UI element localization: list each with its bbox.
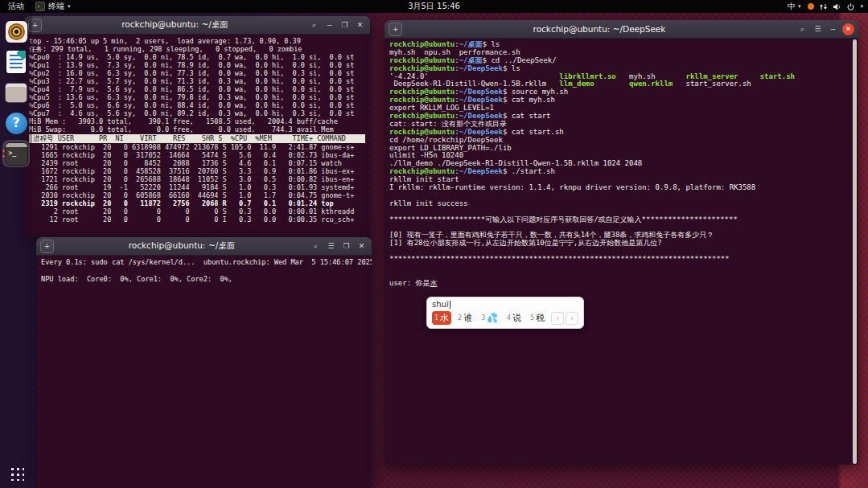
ime-candidate[interactable]: 5税 [528, 311, 547, 325]
terminal-line: rockchip@ubuntu:~/DeepSeek$ cat start [389, 113, 849, 121]
maximize-button[interactable]: ❐ [339, 19, 351, 31]
titlebar[interactable]: + rockchip@ubuntu: ~/桌面 ⌕ − ❐ ✕ [24, 16, 370, 35]
dock-item-writer[interactable] [2, 48, 30, 76]
terminal-line [389, 223, 849, 232]
window-title: rockchip@ubuntu: ~/桌面 [57, 240, 306, 252]
terminal-line: rockchip@ubuntu:~/DeepSeek$ ls [389, 65, 849, 73]
terminal-line: export RKLLM_LOG_LEVEL=1 [389, 105, 849, 113]
new-tab-button[interactable]: + [40, 240, 54, 253]
app-menu-button[interactable]: >_ 终端 ▾ [35, 1, 71, 12]
ime-candidate[interactable]: 2谁 [455, 311, 475, 325]
input-method-indicator[interactable]: 中 ▾ [788, 1, 801, 12]
ime-preedit-text: shui [432, 300, 449, 309]
terminal-line: rockchip@ubuntu:~/DeepSeek$ source myh.s… [389, 88, 849, 96]
new-tab-button[interactable]: + [389, 23, 402, 36]
help-app-icon: ? [6, 113, 27, 134]
menu-icon[interactable]: ☰ [812, 23, 824, 35]
terminal-line: ulimit -HSn 10240 [389, 152, 849, 160]
terminal-app-icon: >_ [5, 142, 28, 166]
app-menu-label: 终端 [48, 1, 64, 12]
top-summary: top - 15:46:05 up 5 min, 2 users, load a… [29, 37, 365, 133]
dock-item-terminal[interactable]: >_ [2, 140, 30, 167]
files-app-icon [6, 84, 27, 102]
process-row: 266 root 19 -1 52220 11244 9184 S 1.0 0.… [29, 183, 365, 191]
ime-prev-page-button[interactable]: ‹ [551, 312, 564, 325]
chevron-down-icon: ▾ [798, 3, 801, 10]
top-bar: 活动 >_ 终端 ▾ 3月5日 15:46 中 ▾ [0, 0, 868, 13]
titlebar[interactable]: + rockchip@ubuntu: ~/桌面 ⌕ ☰ ❐ ✕ [36, 237, 372, 256]
ime-candidate[interactable]: 4说 [504, 311, 524, 325]
activities-button[interactable]: 活动 [5, 1, 27, 12]
chevron-down-icon: ▾ [860, 3, 863, 10]
terminal-line: cat: start: 没有那个文件或目录 [389, 121, 849, 129]
terminal-output-top[interactable]: top - 15:46:05 up 5 min, 2 users, load a… [24, 35, 370, 237]
terminal-line: **********************可输入以下问题对应序号获取回答/或自… [389, 216, 849, 224]
music-app-icon [6, 21, 27, 43]
terminal-line: [1] 有28位小朋友排成一行,从左边开始数第10位是宁宁,从右边开始数他是第几… [389, 240, 849, 248]
dock-item-files[interactable] [2, 79, 30, 106]
terminal-output-watch[interactable]: Every 0.1s: sudo cat /sys/kernel/d... ub… [36, 256, 372, 488]
terminal-line: cd /home/rockchip/DeepSeek [389, 137, 849, 145]
process-table: 1291 rockchip 20 0 6318908 474972 213678… [29, 143, 365, 223]
terminal-app-indicator-icon: >_ [35, 2, 45, 11]
ime-candidate[interactable]: 3💦 [479, 311, 500, 325]
terminal-line [389, 264, 849, 272]
dock-item-music[interactable] [2, 18, 30, 45]
writer-app-icon [6, 51, 26, 73]
terminal-output-deepseek[interactable]: rockchip@ubuntu:~/桌面$ lsmyh.sh npu.sh pe… [385, 39, 858, 465]
terminal-line: rockchip@ubuntu:~/DeepSeek$ cat myh.sh [389, 96, 849, 105]
process-row: 1721 rockchip 20 0 265688 18648 11052 S … [29, 175, 365, 183]
process-row: 12 root 20 0 0 0 0 I 0.3 0.0 0:00.35 rcu… [29, 215, 365, 223]
window-title: rockchip@ubuntu: ~/桌面 [45, 19, 305, 31]
power-icon [846, 2, 855, 11]
terminal-line: rockchip@ubuntu:~/DeepSeek$ ./start.sh [389, 168, 849, 176]
deepseek-lines: rockchip@ubuntu:~/桌面$ lsmyh.sh npu.sh pe… [389, 41, 849, 288]
ime-candidate-list: 1水2谁3💦4说5税 [432, 311, 547, 325]
terminal-line: '-4.24.0' librkllmrt.so myh.sh rkllm_ser… [389, 73, 849, 81]
scrollbar[interactable] [853, 39, 857, 464]
window-npu-watch: + rockchip@ubuntu: ~/桌面 ⌕ ☰ ❐ ✕ Every 0.… [36, 237, 372, 488]
search-icon[interactable]: ⌕ [310, 240, 322, 252]
window-top-monitor: + rockchip@ubuntu: ~/桌面 ⌕ − ❐ ✕ top - 15… [24, 16, 370, 237]
input-method-label: 中 [788, 1, 796, 12]
clock[interactable]: 3月5日 15:46 [408, 1, 460, 12]
terminal-line: DeepSeek-R1-Distill-Qwen-1.5B.rkllm llm_… [389, 80, 849, 88]
process-table-header: 进程号 USER PR NI VIRT RES SHR S %CPU %MEM … [29, 134, 365, 143]
terminal-line: rockchip@ubuntu:~/DeepSeek$ cat start.sh [389, 129, 849, 137]
ime-caret [450, 301, 450, 309]
terminal-line [389, 272, 849, 280]
terminal-line: myh.sh npu.sh performance.sh [389, 49, 849, 57]
titlebar[interactable]: + rockchip@ubuntu: ~/DeepSeek ⌕ ☰ − ✕ [385, 20, 858, 39]
process-row: 1672 rockchip 20 0 458528 37516 20760 S … [29, 167, 365, 175]
close-button[interactable]: ✕ [354, 19, 366, 31]
terminal-line [389, 248, 849, 256]
process-row: 2030 rockchip 20 0 605868 66160 44694 S … [29, 191, 365, 199]
close-button[interactable]: ✕ [842, 23, 854, 35]
search-icon[interactable]: ⌕ [796, 23, 808, 35]
show-applications-button[interactable] [9, 465, 24, 481]
terminal-line [389, 208, 849, 216]
ime-candidate[interactable]: 1水 [432, 311, 451, 325]
maximize-button[interactable]: ❐ [340, 240, 352, 252]
chevron-down-icon: ▾ [68, 3, 71, 10]
ime-candidate-window: shui 1水2谁3💦4说5税 ‹ › [426, 297, 584, 329]
terminal-line: rockchip@ubuntu:~/桌面$ ls [389, 41, 849, 49]
minimize-button[interactable]: − [323, 19, 335, 31]
terminal-line: [0] 现有一笼子，里面有鸡和兔子若干只，数一数，共有头14个，腿38条，求鸡和… [389, 232, 849, 240]
menu-icon[interactable]: ☰ [325, 240, 337, 252]
process-row: 2439 root 20 0 8452 2088 1736 S 4.6 0.1 … [29, 159, 365, 167]
window-deepseek: + rockchip@ubuntu: ~/DeepSeek ⌕ ☰ − ✕ ro… [385, 20, 858, 465]
system-status-area[interactable]: ▾ [808, 2, 863, 11]
process-row: 1665 rockchip 20 0 317052 14664 5474 S 5… [29, 151, 365, 159]
process-row: 2 root 20 0 0 0 0 S 0.3 0.0 0:00.01 kthr… [29, 207, 365, 215]
terminal-line: rkllm init success [389, 200, 849, 208]
process-row: 1291 rockchip 20 0 6318908 474972 213678… [29, 143, 365, 151]
close-button[interactable]: ✕ [356, 240, 368, 252]
ime-next-page-button[interactable]: › [566, 312, 578, 325]
search-icon[interactable]: ⌕ [308, 19, 320, 31]
terminal-line [389, 192, 849, 200]
terminal-line: user: 你是水 [389, 280, 849, 288]
minimize-button[interactable]: − [827, 23, 839, 35]
dock-item-help[interactable]: ? [2, 109, 30, 137]
dock: ? >_ [0, 13, 32, 488]
